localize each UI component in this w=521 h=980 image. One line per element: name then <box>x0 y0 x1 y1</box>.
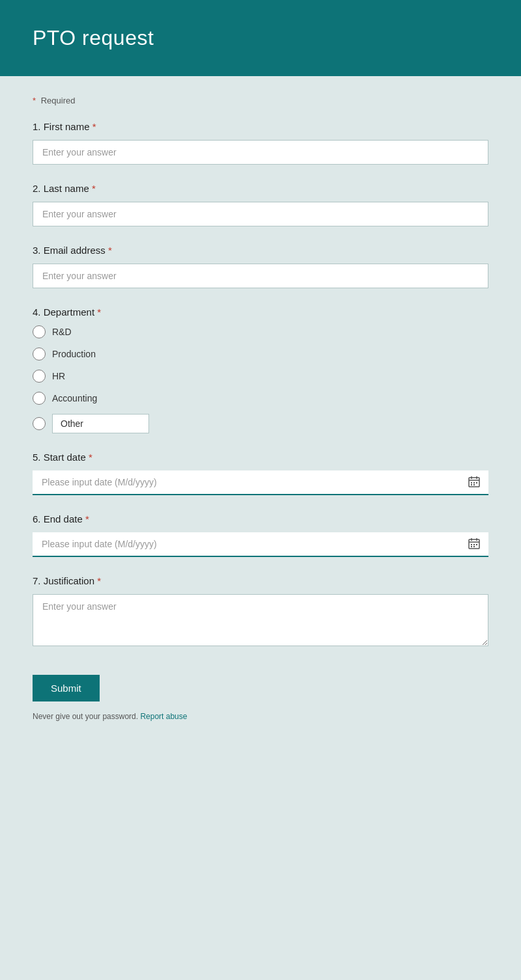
question-1-section: 1. First name * <box>33 121 488 165</box>
required-note: * Required <box>33 96 488 105</box>
page-title: PTO request <box>33 26 488 50</box>
last-name-input[interactable] <box>33 202 488 226</box>
question-6-section: 6. End date * <box>33 513 488 557</box>
radio-label-other: Other <box>52 414 149 433</box>
radio-accounting[interactable] <box>33 392 46 405</box>
email-input[interactable] <box>33 264 488 288</box>
page-header: PTO request <box>0 0 521 76</box>
question-2-section: 2. Last name * <box>33 183 488 226</box>
question-3-label: 3. Email address * <box>33 245 488 256</box>
submit-button[interactable]: Submit <box>33 675 100 701</box>
radio-option-production[interactable]: Production <box>33 347 488 361</box>
radio-hr[interactable] <box>33 370 46 383</box>
end-date-input[interactable] <box>33 532 488 557</box>
radio-rnd[interactable] <box>33 325 46 338</box>
question-3-section: 3. Email address * <box>33 245 488 288</box>
radio-label-hr: HR <box>52 371 65 381</box>
radio-option-rnd[interactable]: R&D <box>33 325 488 338</box>
question-5-label: 5. Start date * <box>33 452 488 463</box>
question-4-section: 4. Department * R&D Production HR Accoun… <box>33 306 488 433</box>
form-body: * Required 1. First name * 2. Last name … <box>0 76 521 747</box>
radio-option-hr[interactable]: HR <box>33 370 488 383</box>
question-7-section: 7. Justification * <box>33 575 488 649</box>
radio-other[interactable] <box>33 417 46 430</box>
question-6-label: 6. End date * <box>33 513 488 524</box>
start-date-wrapper <box>33 470 488 495</box>
question-4-label: 4. Department * <box>33 306 488 318</box>
radio-label-production: Production <box>52 349 96 359</box>
first-name-input[interactable] <box>33 140 488 165</box>
start-date-input[interactable] <box>33 470 488 495</box>
radio-label-rnd: R&D <box>52 327 72 337</box>
end-date-wrapper <box>33 532 488 557</box>
question-7-label: 7. Justification * <box>33 575 488 586</box>
footer: Never give out your password. Report abu… <box>33 712 488 721</box>
required-star: * <box>33 96 36 105</box>
department-radio-group: R&D Production HR Accounting Other <box>33 325 488 433</box>
question-2-label: 2. Last name * <box>33 183 488 194</box>
question-1-label: 1. First name * <box>33 121 488 132</box>
justification-input[interactable] <box>33 594 488 646</box>
submit-section: Submit <box>33 675 488 701</box>
question-5-section: 5. Start date * <box>33 452 488 495</box>
radio-production[interactable] <box>33 347 46 361</box>
radio-option-other[interactable]: Other <box>33 414 488 433</box>
radio-option-accounting[interactable]: Accounting <box>33 392 488 405</box>
report-abuse-link[interactable]: Report abuse <box>140 712 187 721</box>
radio-label-accounting: Accounting <box>52 393 97 403</box>
